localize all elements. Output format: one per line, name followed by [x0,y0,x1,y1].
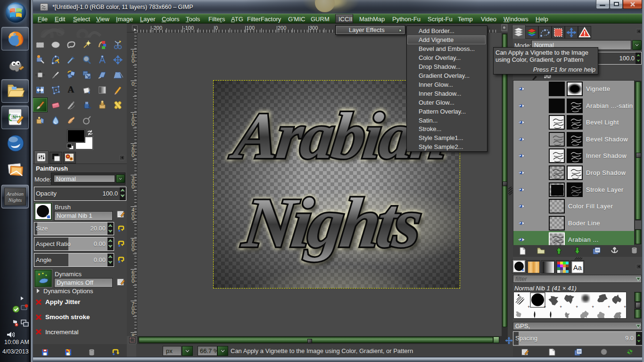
svg-text:Arabian: Arabian [6,191,24,197]
svg-text:A: A [67,85,74,94]
svg-text:+: + [528,304,530,309]
svg-text:+: + [608,304,610,309]
svg-text:+: + [544,304,546,309]
svg-text:Aa: Aa [573,263,582,272]
svg-text:+: + [592,304,594,309]
svg-text:+: + [560,304,562,309]
svg-text:Nights: Nights [239,184,426,262]
svg-text:Nights: Nights [8,197,22,203]
svg-text:+: + [624,304,626,309]
svg-text:+: + [576,304,578,309]
svg-text:!: ! [584,30,586,37]
